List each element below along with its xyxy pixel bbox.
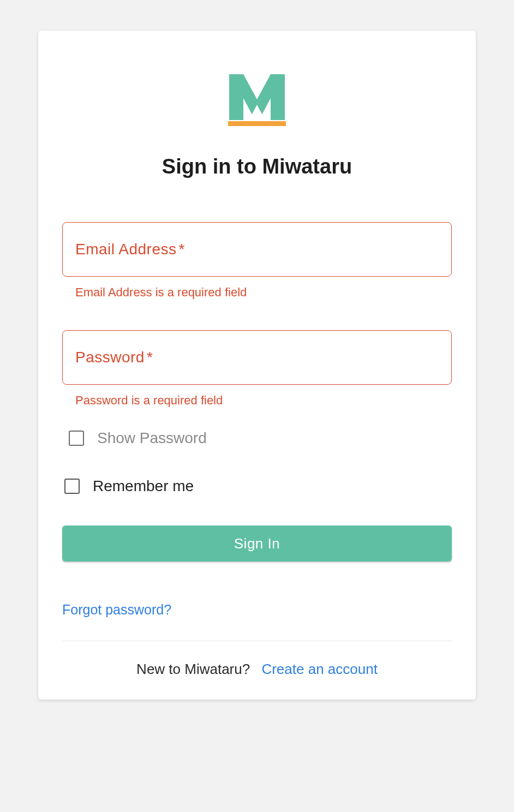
checkbox-unchecked-icon [69,431,84,446]
email-field-wrap: Email Address* [62,222,452,277]
divider [62,641,452,641]
checkbox-unchecked-icon [64,479,80,494]
create-account-link[interactable]: Create an account [261,661,377,677]
remember-me-label: Remember me [93,477,194,495]
remember-me-toggle[interactable]: Remember me [64,477,452,495]
signin-card: Sign in to Miwataru Email Address* Email… [38,31,476,700]
password-input[interactable] [62,330,452,385]
sign-in-button[interactable]: Sign In [62,526,452,562]
email-error-text: Email Address is a required field [75,285,452,300]
logo-m-icon [225,74,289,128]
brand-logo [62,74,452,128]
signup-row: New to Miwataru? Create an account [62,661,452,678]
signup-prompt: New to Miwataru? [136,661,250,677]
svg-rect-0 [228,121,286,126]
show-password-label: Show Password [97,429,207,447]
show-password-toggle[interactable]: Show Password [69,429,452,447]
page-title: Sign in to Miwataru [62,155,452,178]
email-input[interactable] [62,222,452,277]
password-error-text: Password is a required field [75,393,452,408]
password-field-wrap: Password* [62,330,452,385]
forgot-password-link[interactable]: Forgot password? [62,602,171,618]
